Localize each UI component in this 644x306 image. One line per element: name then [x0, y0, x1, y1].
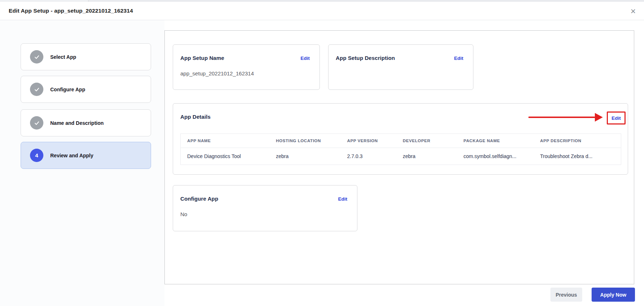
column-header-app-name: APP NAME [181, 134, 270, 148]
step-label: Review and Apply [50, 153, 93, 158]
review-panel: App Setup Name Edit app_setup_20221012_1… [164, 30, 634, 284]
edit-app-details-button[interactable]: Edit [611, 115, 621, 121]
page-title: Edit App Setup - app_setup_20221012_1623… [9, 8, 133, 14]
step-number: 4 [35, 152, 38, 158]
previous-button[interactable]: Previous [550, 288, 582, 302]
table-row: Device Diagnostics Tool zebra 2.7.0.3 ze… [181, 148, 621, 165]
sidebar-step-select-app[interactable]: Select App [21, 43, 151, 70]
cell-app-description: Troubleshoot Zebra d... [534, 148, 621, 165]
edit-configure-app-button[interactable]: Edit [338, 196, 348, 202]
cell-hosting-location: zebra [270, 148, 341, 165]
step-number-icon: 4 [30, 149, 43, 162]
edit-app-setup-description-button[interactable]: Edit [454, 56, 464, 61]
wizard-stepper-sidebar: Select App Configure App Name and Descri… [0, 20, 164, 306]
app-setup-description-card: App Setup Description Edit [328, 44, 473, 90]
card-title: App Setup Name [180, 55, 312, 61]
cell-app-version: 2.7.0.3 [341, 148, 396, 165]
close-button[interactable]: ✕ [627, 5, 639, 17]
step-label: Name and Description [50, 120, 104, 126]
column-header-app-version: APP VERSION [341, 134, 396, 148]
configure-app-value: No [180, 211, 350, 217]
cell-package-name: com.symbol.selfdiagn... [457, 148, 534, 165]
modal-header: Edit App Setup - app_setup_20221012_1623… [0, 2, 644, 20]
edit-highlight-box: Edit [607, 112, 626, 124]
edit-app-setup-modal: Edit App Setup - app_setup_20221012_1623… [0, 0, 644, 306]
sidebar-step-review-apply[interactable]: 4 Review and Apply [21, 142, 151, 169]
column-header-package-name: PACKAGE NAME [457, 134, 534, 148]
column-header-app-description: APP DESCRIPTION [534, 134, 621, 148]
step-label: Select App [50, 54, 76, 60]
card-title: App Details [180, 114, 621, 120]
check-icon [30, 83, 43, 96]
sidebar-step-name-description[interactable]: Name and Description [21, 109, 151, 136]
check-icon [30, 116, 43, 130]
column-header-developer: DEVELOPER [396, 134, 457, 148]
cell-app-name: Device Diagnostics Tool [181, 148, 270, 165]
configure-app-card: Configure App Edit No [173, 185, 357, 231]
app-details-table: APP NAME HOSTING LOCATION APP VERSION DE… [180, 134, 621, 165]
card-title: App Setup Description [336, 55, 466, 61]
edit-app-setup-name-button[interactable]: Edit [301, 56, 310, 61]
step-label: Configure App [50, 87, 85, 92]
app-details-card: App Details Edit APP NAME HOSTING LOCATI… [173, 103, 628, 175]
sidebar-step-configure-app[interactable]: Configure App [21, 76, 151, 103]
card-title: Configure App [180, 196, 350, 202]
app-setup-name-card: App Setup Name Edit app_setup_20221012_1… [173, 44, 320, 90]
close-icon: ✕ [630, 7, 636, 16]
table-header-row: APP NAME HOSTING LOCATION APP VERSION DE… [181, 134, 621, 148]
apply-now-button[interactable]: Apply Now [592, 288, 635, 302]
app-setup-name-value: app_setup_20221012_162314 [180, 70, 312, 76]
column-header-hosting-location: HOSTING LOCATION [270, 134, 341, 148]
cell-developer: zebra [396, 148, 457, 165]
check-icon [30, 50, 43, 64]
